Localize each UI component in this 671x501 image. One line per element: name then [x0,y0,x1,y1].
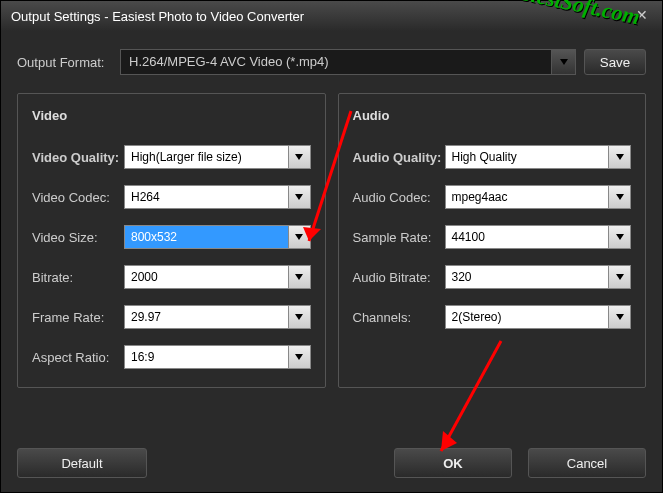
video-bitrate-label: Bitrate: [32,270,124,285]
audio-codec-label: Audio Codec: [353,190,445,205]
window-title: Output Settings - Easiest Photo to Video… [11,9,304,24]
chevron-down-icon[interactable] [289,145,311,169]
audio-panel-title: Audio [353,108,632,123]
chevron-down-icon[interactable] [609,145,631,169]
channels-select[interactable]: 2(Stereo) [445,305,632,329]
aspect-ratio-select[interactable]: 16:9 [124,345,311,369]
chevron-down-icon[interactable] [289,305,311,329]
close-button[interactable]: ✕ [632,6,652,26]
video-panel: Video Video Quality: High(Larger file si… [17,93,326,388]
cancel-button[interactable]: Cancel [528,448,646,478]
output-format-select[interactable]: H.264/MPEG-4 AVC Video (*.mp4) [120,49,576,75]
video-bitrate-select[interactable]: 2000 [124,265,311,289]
chevron-down-icon[interactable] [289,265,311,289]
save-button[interactable]: Save [584,49,646,75]
audio-quality-select[interactable]: High Quality [445,145,632,169]
chevron-down-icon[interactable] [289,185,311,209]
titlebar: Output Settings - Easiest Photo to Video… [1,1,662,31]
channels-label: Channels: [353,310,445,325]
chevron-down-icon[interactable] [609,265,631,289]
video-codec-select[interactable]: H264 [124,185,311,209]
sample-rate-select[interactable]: 44100 [445,225,632,249]
audio-codec-select[interactable]: mpeg4aac [445,185,632,209]
video-size-select[interactable]: 800x532 [124,225,311,249]
audio-bitrate-select[interactable]: 320 [445,265,632,289]
output-settings-dialog: Output Settings - Easiest Photo to Video… [0,0,663,493]
content-area: Output Format: H.264/MPEG-4 AVC Video (*… [1,31,662,398]
output-format-row: Output Format: H.264/MPEG-4 AVC Video (*… [17,49,646,75]
audio-quality-label: Audio Quality: [353,150,445,165]
audio-panel: Audio Audio Quality: High Quality Audio … [338,93,647,388]
frame-rate-select[interactable]: 29.97 [124,305,311,329]
video-quality-select[interactable]: High(Larger file size) [124,145,311,169]
chevron-down-icon[interactable] [552,49,576,75]
sample-rate-label: Sample Rate: [353,230,445,245]
ok-button[interactable]: OK [394,448,512,478]
chevron-down-icon[interactable] [609,225,631,249]
chevron-down-icon[interactable] [289,345,311,369]
output-format-value: H.264/MPEG-4 AVC Video (*.mp4) [120,49,552,75]
video-quality-label: Video Quality: [32,150,124,165]
output-format-label: Output Format: [17,55,112,70]
video-size-label: Video Size: [32,230,124,245]
video-panel-title: Video [32,108,311,123]
chevron-down-icon[interactable] [609,305,631,329]
frame-rate-label: Frame Rate: [32,310,124,325]
chevron-down-icon[interactable] [289,225,311,249]
button-bar: Default OK Cancel [1,448,662,478]
video-codec-label: Video Codec: [32,190,124,205]
default-button[interactable]: Default [17,448,147,478]
chevron-down-icon[interactable] [609,185,631,209]
audio-bitrate-label: Audio Bitrate: [353,270,445,285]
aspect-ratio-label: Aspect Ratio: [32,350,124,365]
